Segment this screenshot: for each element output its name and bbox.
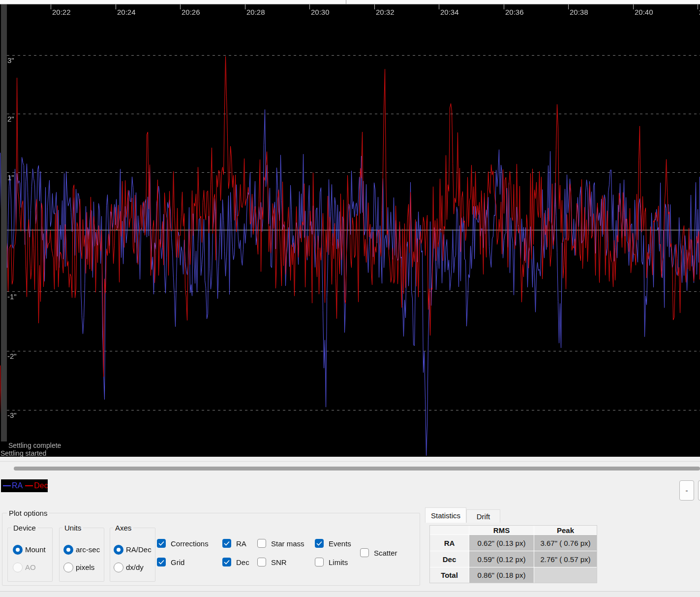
x-axis-label: 20:36 bbox=[505, 8, 524, 16]
legend: RA Dec bbox=[1, 479, 48, 492]
stats-col-peak: Peak bbox=[534, 526, 597, 534]
check-icon bbox=[316, 541, 322, 546]
check-icon bbox=[158, 541, 164, 546]
units-group-title: Units bbox=[62, 524, 83, 532]
units-group bbox=[59, 528, 104, 582]
settling-complete-annotation: Settling complete bbox=[8, 441, 61, 449]
y-axis-label: -1" bbox=[7, 292, 17, 301]
checkbox-scatter[interactable] bbox=[360, 548, 369, 557]
radio-pixels[interactable] bbox=[63, 563, 73, 572]
radio-ao-label[interactable]: AO bbox=[25, 563, 49, 572]
checkbox-grid[interactable] bbox=[157, 558, 166, 566]
x-axis-tick bbox=[698, 4, 698, 9]
y-axis-label: 1" bbox=[7, 173, 14, 182]
checkbox-grid-label[interactable]: Grid bbox=[171, 558, 184, 567]
x-axis-label: 20:40 bbox=[635, 8, 653, 16]
x-axis-tick bbox=[116, 4, 116, 9]
checkbox-corrections-label[interactable]: Corrections bbox=[171, 539, 209, 548]
radio-mount-label[interactable]: Mount bbox=[25, 545, 49, 554]
checkbox-ra[interactable] bbox=[222, 539, 231, 548]
checkbox-star-mass[interactable] bbox=[257, 539, 266, 548]
checkbox-limits-label[interactable]: Limits bbox=[329, 558, 348, 567]
edge-button-partial[interactable] bbox=[698, 480, 700, 501]
x-axis-tick bbox=[568, 4, 569, 9]
radio-dxdy[interactable] bbox=[114, 563, 123, 572]
x-axis-label: 20:30 bbox=[311, 8, 330, 16]
legend-label-dec: Dec bbox=[34, 481, 48, 490]
stats-ra-peak: 3.67" ( 0.76 px) bbox=[534, 535, 597, 551]
radio-ao[interactable] bbox=[13, 563, 23, 572]
legend-item-dec: Dec bbox=[25, 481, 48, 490]
radio-mount[interactable] bbox=[13, 545, 23, 555]
checkbox-corrections[interactable] bbox=[157, 539, 166, 548]
stats-dec-rms: 0.59" (0.12 px) bbox=[469, 551, 534, 567]
x-axis-label: 20:22 bbox=[52, 8, 71, 16]
radio-pixels-label[interactable]: pixels bbox=[76, 563, 103, 572]
axes-group-title: Axes bbox=[113, 524, 133, 532]
stats-row-total: Total bbox=[430, 567, 469, 583]
stats-table: RMS Peak RA 0.62" (0.13 px) 3.67" ( 0.76… bbox=[429, 525, 597, 583]
y-axis-label: 2" bbox=[7, 115, 14, 123]
checkbox-events[interactable] bbox=[315, 539, 324, 548]
x-axis-label: 20:32 bbox=[376, 8, 395, 16]
x-axis-tick bbox=[245, 4, 245, 9]
tab-drift[interactable]: Drift bbox=[466, 509, 500, 523]
check-icon bbox=[224, 560, 230, 565]
legend-label-ra: RA bbox=[12, 481, 23, 490]
x-axis-label: 20:38 bbox=[570, 8, 588, 16]
stats-dec-peak: 2.76" ( 0.57 px) bbox=[534, 551, 597, 567]
axes-group bbox=[110, 528, 155, 582]
horizontal-scrollbar-thumb[interactable] bbox=[14, 467, 700, 471]
radio-radec-label[interactable]: RA/Dec bbox=[126, 545, 154, 554]
stats-ra-rms: 0.62" (0.13 px) bbox=[469, 535, 534, 551]
checkbox-ra-label[interactable]: RA bbox=[236, 539, 246, 548]
top-window-strip bbox=[0, 0, 700, 4]
stats-corner-cell bbox=[430, 526, 469, 534]
checkbox-star-mass-label[interactable]: Star mass bbox=[271, 539, 304, 548]
x-axis-tick bbox=[633, 4, 634, 9]
checkbox-limits[interactable] bbox=[315, 558, 324, 566]
dec-line-swatch bbox=[25, 485, 33, 486]
graph-left-gutter bbox=[1, 4, 7, 441]
tab-statistics[interactable]: Statistics bbox=[425, 507, 466, 523]
stats-col-rms: RMS bbox=[469, 526, 534, 534]
x-axis-tick bbox=[51, 4, 51, 9]
radio-arcsec[interactable] bbox=[63, 545, 73, 555]
radio-arcsec-label[interactable]: arc-sec bbox=[76, 545, 103, 554]
stats-row-ra: RA bbox=[430, 535, 469, 551]
x-axis-label: 20:24 bbox=[117, 8, 136, 16]
checkbox-snr[interactable] bbox=[257, 558, 266, 566]
checkbox-dec[interactable] bbox=[222, 558, 231, 566]
stats-row-dec: Dec bbox=[430, 551, 469, 567]
ra-line-swatch bbox=[3, 485, 11, 486]
settling-started-annotation: Settling started bbox=[0, 449, 46, 457]
checkbox-dec-label[interactable]: Dec bbox=[236, 558, 249, 567]
checkbox-snr-label[interactable]: SNR bbox=[271, 558, 287, 567]
checkbox-events-label[interactable]: Events bbox=[329, 539, 351, 548]
radio-radec[interactable] bbox=[114, 545, 123, 555]
y-axis-label: -2" bbox=[7, 352, 17, 360]
chart-canvas bbox=[0, 4, 700, 457]
radio-dxdy-label[interactable]: dx/dy bbox=[126, 563, 154, 572]
x-axis-tick bbox=[504, 4, 504, 9]
plot-options-title: Plot options bbox=[7, 509, 49, 517]
stats-total-peak bbox=[534, 567, 597, 583]
x-axis-label: 20:26 bbox=[182, 8, 200, 16]
check-icon bbox=[158, 560, 164, 565]
checkbox-scatter-label[interactable]: Scatter bbox=[374, 549, 397, 558]
x-axis-tick bbox=[309, 4, 310, 9]
y-axis-label: -3" bbox=[7, 411, 17, 419]
y-axis-label: 3" bbox=[7, 56, 14, 64]
x-axis-label: 20:28 bbox=[246, 8, 265, 16]
guide-graph: 20:22 20:24 20:26 20:28 20:30 20:32 20:3… bbox=[0, 4, 700, 457]
top-strip-divider bbox=[346, 0, 346, 4]
divider bbox=[0, 461, 700, 462]
x-axis-tick bbox=[439, 4, 439, 9]
legend-item-ra: RA bbox=[3, 481, 23, 490]
device-group-title: Device bbox=[11, 524, 38, 532]
x-axis-tick bbox=[374, 4, 375, 9]
check-icon bbox=[224, 541, 230, 546]
device-group bbox=[7, 528, 53, 582]
zoom-out-button[interactable]: - bbox=[679, 480, 694, 501]
status-bar bbox=[0, 592, 700, 597]
